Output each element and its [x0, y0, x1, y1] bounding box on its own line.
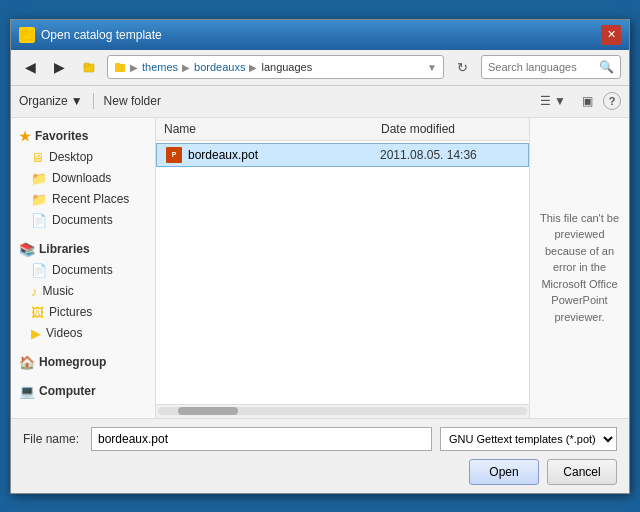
- sidebar-section-computer: 💻 Computer: [11, 381, 155, 402]
- filename-label: File name:: [23, 432, 83, 446]
- documents-fav-icon: 📄: [31, 213, 47, 228]
- recent-places-label: Recent Places: [52, 192, 129, 206]
- breadcrumb-themes[interactable]: themes: [142, 61, 178, 73]
- action-bar: Organize ▼ New folder ☰ ▼ ▣ ?: [11, 86, 629, 118]
- cancel-button[interactable]: Cancel: [547, 459, 617, 485]
- view-dropdown-arrow: ▼: [554, 94, 566, 108]
- action-row: Open Cancel: [23, 459, 617, 485]
- breadcrumb-arrow-2: ▶: [182, 62, 190, 73]
- sidebar-item-music[interactable]: ♪ Music: [11, 281, 155, 302]
- view-buttons: ☰ ▼ ▣ ?: [534, 91, 621, 111]
- file-icon-ppt: P: [165, 147, 183, 163]
- file-name-bordeaux: bordeaux.pot: [188, 148, 380, 162]
- computer-label: Computer: [39, 384, 96, 398]
- downloads-label: Downloads: [52, 171, 111, 185]
- forward-button[interactable]: ▶: [48, 56, 71, 78]
- libraries-icon: 📚: [19, 242, 35, 257]
- pictures-label: Pictures: [49, 305, 92, 319]
- preview-panel: This file can't be previewed because of …: [529, 118, 629, 418]
- col-date-header[interactable]: Date modified: [381, 122, 521, 136]
- view-icon: ☰: [540, 94, 551, 108]
- refresh-button[interactable]: ↻: [450, 57, 475, 78]
- file-header: Name Date modified: [156, 118, 529, 141]
- organize-dropdown-arrow: ▼: [71, 94, 83, 108]
- dialog-icon: [19, 27, 35, 43]
- computer-icon: 💻: [19, 384, 35, 399]
- title-bar-left: Open catalog template: [19, 27, 162, 43]
- pictures-icon: 🖼: [31, 305, 44, 320]
- ppt-icon: P: [166, 147, 182, 163]
- open-button[interactable]: Open: [469, 459, 539, 485]
- horizontal-scrollbar[interactable]: [156, 404, 529, 418]
- sidebar-item-recent-places[interactable]: 📁 Recent Places: [11, 189, 155, 210]
- sidebar-homegroup-title[interactable]: 🏠 Homegroup: [11, 352, 155, 373]
- sidebar: ★ Favorites 🖥 Desktop 📁 Downloads 📁 Rece…: [11, 118, 156, 418]
- help-button[interactable]: ?: [603, 92, 621, 110]
- downloads-icon: 📁: [31, 171, 47, 186]
- main-content: ★ Favorites 🖥 Desktop 📁 Downloads 📁 Rece…: [11, 118, 629, 418]
- svg-rect-5: [115, 63, 120, 66]
- sidebar-item-pictures[interactable]: 🖼 Pictures: [11, 302, 155, 323]
- back-button[interactable]: ◀: [19, 56, 42, 78]
- music-icon: ♪: [31, 284, 38, 299]
- breadcrumb-bar: ▶ themes ▶ bordeauxs ▶ languages ▼: [107, 55, 444, 79]
- scrollbar-thumb: [178, 407, 238, 415]
- sidebar-item-lib-documents[interactable]: 📄 Documents: [11, 260, 155, 281]
- new-folder-label: New folder: [104, 94, 161, 108]
- homegroup-icon: 🏠: [19, 355, 35, 370]
- sidebar-item-videos[interactable]: ▶ Videos: [11, 323, 155, 344]
- music-label: Music: [43, 284, 74, 298]
- sidebar-section-libraries: 📚 Libraries 📄 Documents ♪ Music 🖼 Pictur…: [11, 239, 155, 344]
- videos-icon: ▶: [31, 326, 41, 341]
- search-input[interactable]: [488, 61, 595, 73]
- sidebar-libraries-title[interactable]: 📚 Libraries: [11, 239, 155, 260]
- file-area: Name Date modified P bordeaux.pot 2011.0…: [156, 118, 529, 418]
- filetype-select[interactable]: GNU Gettext templates (*.pot): [440, 427, 617, 451]
- desktop-label: Desktop: [49, 150, 93, 164]
- organize-button[interactable]: Organize ▼: [19, 94, 83, 108]
- view-toggle-button[interactable]: ☰ ▼: [534, 91, 572, 111]
- title-text: Open catalog template: [41, 28, 162, 42]
- videos-label: Videos: [46, 326, 82, 340]
- up-button[interactable]: [77, 58, 101, 76]
- toolbar: ◀ ▶ ▶ themes ▶ bordeauxs ▶ languages ▼ ↻…: [11, 50, 629, 86]
- col-name-header[interactable]: Name: [164, 122, 381, 136]
- sidebar-item-downloads[interactable]: 📁 Downloads: [11, 168, 155, 189]
- open-dialog: Open catalog template ✕ ◀ ▶ ▶ themes ▶ b…: [10, 19, 630, 494]
- bottom-bar: File name: GNU Gettext templates (*.pot)…: [11, 418, 629, 493]
- breadcrumb-dropdown[interactable]: ▼: [427, 62, 437, 73]
- scrollbar-track: [158, 407, 527, 415]
- file-row-bordeaux-pot[interactable]: P bordeaux.pot 2011.08.05. 14:36: [156, 143, 529, 167]
- svg-rect-3: [84, 63, 89, 66]
- sidebar-section-homegroup: 🏠 Homegroup: [11, 352, 155, 373]
- panel-button[interactable]: ▣: [576, 91, 599, 111]
- libraries-label: Libraries: [39, 242, 90, 256]
- sidebar-favorites-title[interactable]: ★ Favorites: [11, 126, 155, 147]
- filename-input[interactable]: [91, 427, 432, 451]
- breadcrumb-bordeauxs[interactable]: bordeauxs: [194, 61, 245, 73]
- desktop-icon: 🖥: [31, 150, 44, 165]
- title-bar: Open catalog template ✕: [11, 20, 629, 50]
- search-icon: 🔍: [599, 60, 614, 74]
- search-bar: 🔍: [481, 55, 621, 79]
- breadcrumb-languages: languages: [261, 61, 312, 73]
- favorites-label: Favorites: [35, 129, 88, 143]
- lib-documents-label: Documents: [52, 263, 113, 277]
- file-date-bordeaux: 2011.08.05. 14:36: [380, 148, 520, 162]
- new-folder-button[interactable]: New folder: [104, 94, 161, 108]
- sidebar-item-documents-fav[interactable]: 📄 Documents: [11, 210, 155, 231]
- close-button[interactable]: ✕: [601, 25, 621, 45]
- svg-rect-1: [22, 31, 27, 34]
- file-list: P bordeaux.pot 2011.08.05. 14:36: [156, 141, 529, 404]
- documents-fav-label: Documents: [52, 213, 113, 227]
- lib-documents-icon: 📄: [31, 263, 47, 278]
- organize-label: Organize: [19, 94, 68, 108]
- sidebar-item-desktop[interactable]: 🖥 Desktop: [11, 147, 155, 168]
- sidebar-section-favorites: ★ Favorites 🖥 Desktop 📁 Downloads 📁 Rece…: [11, 126, 155, 231]
- filename-row: File name: GNU Gettext templates (*.pot): [23, 427, 617, 451]
- breadcrumb-arrow-1: ▶: [130, 62, 138, 73]
- panel-icon: ▣: [582, 94, 593, 108]
- homegroup-label: Homegroup: [39, 355, 106, 369]
- favorites-icon: ★: [19, 129, 31, 144]
- sidebar-computer-title[interactable]: 💻 Computer: [11, 381, 155, 402]
